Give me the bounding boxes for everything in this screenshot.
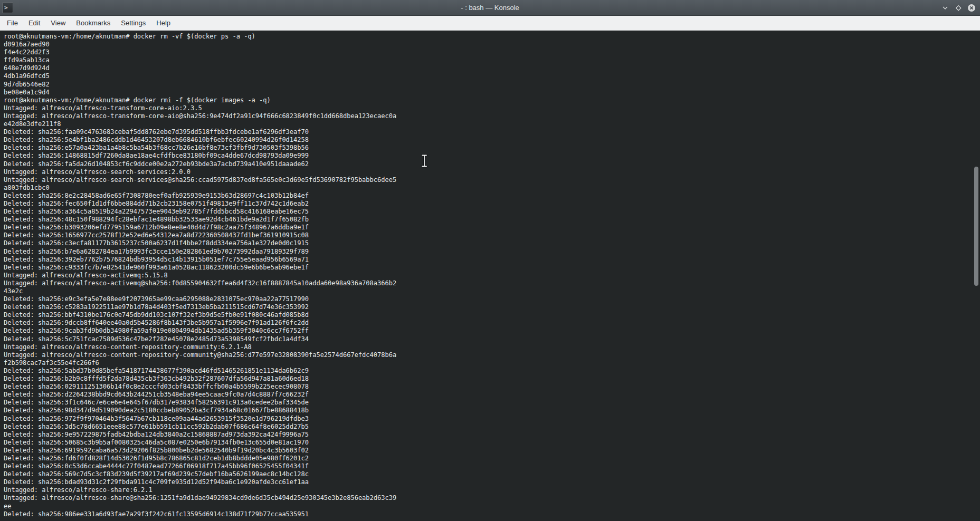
terminal-line: Deleted: sha256:3f1c646c7e6ce6e4e645f67d… — [4, 399, 980, 407]
terminal-line: 43e2c — [4, 287, 980, 295]
terminal-output[interactable]: root@aknutmans-vm:/home/aknutman# docker… — [0, 31, 980, 521]
terminal-line: Untagged: alfresco/alfresco-activemq:5.1… — [4, 272, 980, 279]
terminal-line: Deleted: sha256:c9333fc7b7e82541de960f99… — [4, 264, 980, 272]
terminal-line: Deleted: sha256:972f9f970464b3f5647b67cb… — [4, 415, 980, 423]
menubar: File Edit View Bookmarks Settings Help — [0, 16, 980, 31]
terminal-line: Untagged: alfresco/alfresco-transform-co… — [4, 112, 980, 120]
minimize-button[interactable] — [941, 4, 949, 12]
terminal-line: Untagged: alfresco/alfresco-activemq@sha… — [4, 279, 980, 287]
terminal-line: be08e0a1c9d4 — [4, 89, 980, 97]
diamond-icon — [955, 4, 962, 12]
terminal-line: Deleted: sha256:b3093206efd7795159a6712b… — [4, 224, 980, 231]
terminal-line: e42d8e3dfe211f8 — [4, 120, 980, 128]
terminal-line: Deleted: sha256:c5283a1922511ae97b1d78a4… — [4, 303, 980, 311]
terminal-line: Untagged: alfresco/alfresco-content-repo… — [4, 351, 980, 359]
text-cursor-pointer — [421, 154, 428, 168]
terminal-line: Deleted: sha256:faa09c4763683cebaf5dd876… — [4, 128, 980, 136]
terminal-line: a803fdb1cbc0 — [4, 184, 980, 192]
terminal-line: Deleted: sha256:029111251306b14f0c8e2ccc… — [4, 383, 980, 391]
menu-bookmarks[interactable]: Bookmarks — [71, 16, 116, 30]
terminal-line: Deleted: sha256:569c7d5c3cf83d239d5f3921… — [4, 470, 980, 478]
konsole-window: > - : bash — Konsole File — [0, 0, 980, 521]
terminal-line: Deleted: sha256:986ee331a6d93fae7a29f3f2… — [4, 510, 980, 518]
terminal-line: Deleted: sha256:14868815df7260da8ae18ae4… — [4, 152, 980, 160]
terminal-line: Deleted: sha256:8e2c28458ad6e65f7308780e… — [4, 192, 980, 200]
scrollbar-thumb[interactable] — [974, 167, 978, 286]
terminal-line: Deleted: sha256:d2264238bbd9cd643b244251… — [4, 391, 980, 399]
terminal-line: Deleted: sha256:9cab3fd9b0db34980fa59af0… — [4, 327, 980, 335]
terminal-line: Deleted: sha256:5c751fcac7589d536c47be2f… — [4, 335, 980, 343]
terminal-line: Deleted: sha256:98d347d9d519090dea2c5180… — [4, 407, 980, 414]
terminal-line: 4db1a96dfcd5 — [4, 72, 980, 80]
close-button[interactable] — [967, 4, 976, 12]
menu-edit[interactable]: Edit — [23, 16, 45, 30]
terminal-line: Untagged: alfresco/alfresco-share@sha256… — [4, 494, 980, 502]
titlebar[interactable]: > - : bash — Konsole — [0, 0, 980, 16]
terminal-line: Deleted: sha256:9e957229875fadb42bdba124… — [4, 431, 980, 439]
terminal-line: Deleted: sha256:bdad93d31c2f29fbda911c4c… — [4, 478, 980, 486]
terminal-lines: root@aknutmans-vm:/home/aknutman# docker… — [4, 33, 980, 518]
terminal-line: Deleted: sha256:c3ecfa81177b3615237c500a… — [4, 239, 980, 247]
chevron-down-icon — [941, 4, 949, 12]
terminal-line: Deleted: sha256:5abd37b0d85befa541871744… — [4, 367, 980, 375]
terminal-line: Deleted: sha256:fa5da26d104853cf6c9ddce0… — [4, 160, 980, 168]
terminal-line: ee — [4, 503, 980, 510]
terminal-line: d0916a7aed90 — [4, 41, 980, 49]
terminal-line: Deleted: sha256:fd6f0fd828f14d53026f1d95… — [4, 455, 980, 462]
terminal-line: Deleted: sha256:b7e6a6282784ea17b9993fc3… — [4, 248, 980, 256]
window-title: - : bash — Konsole — [0, 4, 980, 12]
konsole-app-icon: > — [2, 2, 13, 13]
terminal-line: root@aknutmans-vm:/home/aknutman# docker… — [4, 33, 980, 41]
menu-help[interactable]: Help — [151, 16, 176, 30]
terminal-line: Deleted: sha256:6919592caba6a573d29206f8… — [4, 447, 980, 455]
terminal-prompt-glyph: > — [4, 5, 8, 11]
terminal-line: Deleted: sha256:e57a0a423ba1a4b8c5ba54b3… — [4, 144, 980, 152]
menu-file[interactable]: File — [2, 16, 23, 30]
menu-settings[interactable]: Settings — [116, 16, 151, 30]
terminal-line: Untagged: alfresco/alfresco-transform-co… — [4, 104, 980, 112]
terminal-line: Deleted: sha256:50685c3b9b5af0080325c46d… — [4, 439, 980, 447]
terminal-line: Deleted: sha256:0c53d6ccabe4444c77f0487e… — [4, 462, 980, 470]
terminal-line: Deleted: sha256:1656977cc2578f12e52ed6e5… — [4, 231, 980, 239]
terminal-line: Deleted: sha256:5e4bf1ba2486cddb1d464532… — [4, 136, 980, 144]
terminal-line: Deleted: sha256:392eb7762b7576824bdb9395… — [4, 256, 980, 264]
terminal-line: 9d7db6546e82 — [4, 81, 980, 89]
terminal-line: Deleted: sha256:fec650f1d1df6bbe884dd71b… — [4, 200, 980, 208]
close-icon — [967, 4, 976, 12]
terminal-line: Deleted: sha256:bbf4310be176c0e745db9dd1… — [4, 311, 980, 319]
terminal-line: Deleted: sha256:9dccb8ff640ee40a0d5b4528… — [4, 319, 980, 327]
terminal-line: Deleted: sha256:e9c3efa5e7e88ee9f2073965… — [4, 295, 980, 303]
terminal-line: root@aknutmans-vm:/home/aknutman# docker… — [4, 97, 980, 104]
terminal-line: Deleted: sha256:3d5c78d6651eee88c577e61b… — [4, 423, 980, 431]
terminal-line: Untagged: alfresco/alfresco-content-repo… — [4, 343, 980, 351]
terminal-line: Deleted: sha256:48c150f988294fc28ebfac1e… — [4, 216, 980, 224]
terminal-line: Untagged: alfresco/alfresco-search-servi… — [4, 168, 980, 176]
terminal-line: Deleted: sha256:a364c5a8519b24a22947573e… — [4, 208, 980, 216]
terminal-line: Untagged: alfresco/alfresco-search-servi… — [4, 176, 980, 184]
maximize-button[interactable] — [954, 4, 963, 12]
terminal-line: 648e7d9d924d — [4, 64, 980, 72]
terminal-scrollbar[interactable] — [973, 31, 980, 521]
terminal-line: f2b598cac7af3c55e4fc266f6 — [4, 359, 980, 367]
window-controls — [941, 4, 980, 12]
menu-view[interactable]: View — [45, 16, 71, 30]
terminal-line: Deleted: sha256:b2b9c8fffd5f2da78d435cb3… — [4, 375, 980, 383]
terminal-line: Untagged: alfresco/alfresco-share:6.2.1 — [4, 486, 980, 494]
terminal-line: ffd9a5ab13ca — [4, 56, 980, 64]
terminal-line: f4e4c22dd2f3 — [4, 49, 980, 56]
